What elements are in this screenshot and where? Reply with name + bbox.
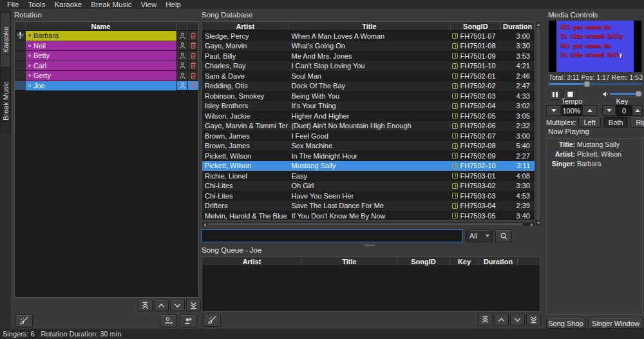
singer-info-button[interactable]	[176, 71, 187, 81]
menu-item-break-music[interactable]: Break Music	[86, 0, 136, 9]
db-row[interactable]: Pickett, WilsonMustang SallyFH7502-103:1…	[202, 161, 535, 171]
db-row[interactable]: Brown, JamesI Feel GoodFH7502-073:00	[202, 131, 535, 141]
db-column-header-duration[interactable]: Duration	[501, 22, 535, 30]
rotation-row[interactable]: Joe	[15, 81, 198, 92]
rotation-singer-name[interactable]: Barbara	[26, 31, 176, 41]
volume-slider[interactable]	[610, 93, 642, 95]
position-slider[interactable]	[549, 83, 643, 85]
key-up-button[interactable]	[632, 105, 643, 116]
db-row[interactable]: Brown, JamesSex MachineFH7502-085:40	[202, 141, 535, 151]
rotation-move-up-button[interactable]	[154, 300, 169, 311]
multiplex-both-button[interactable]: Both	[603, 117, 629, 128]
add-singer-button[interactable]	[160, 315, 177, 327]
db-column-header-artist[interactable]: Artist	[202, 22, 289, 30]
singer-info-button[interactable]	[176, 61, 187, 72]
db-row[interactable]: Pickett, WilsonIn The Midnight HourFH750…	[202, 151, 535, 161]
queue-move-bottom-button[interactable]	[526, 314, 541, 325]
queue-column-header-artist[interactable]: Artist	[202, 257, 302, 266]
search-filter-combo[interactable]: All	[466, 229, 493, 242]
db-row[interactable]: Charles, RayI Can't Stop Loving YouFH750…	[202, 61, 535, 72]
db-row[interactable]: Richie, LionelEasyFH7503-014:08	[202, 171, 535, 181]
db-column-header-title[interactable]: Title	[289, 22, 450, 30]
db-row[interactable]: Redding, OtisDock Of The BayFH7502-022:4…	[202, 81, 535, 92]
volume-slider-handle[interactable]	[636, 91, 641, 97]
queue-column-header-title[interactable]: Title	[302, 257, 397, 266]
search-input[interactable]	[202, 229, 463, 242]
db-column-header-songid[interactable]: SongID	[451, 22, 502, 30]
rotation-row[interactable]: Gerty	[15, 71, 198, 81]
rotation-header-mic-col[interactable]	[15, 22, 26, 30]
rotation-header-info-col[interactable]	[176, 22, 187, 30]
singer-delete-button[interactable]	[187, 31, 198, 41]
db-row[interactable]: Gaye, Marvin & Tammi Terrell(Duet) Ain't…	[202, 121, 535, 131]
multiplex-right-button[interactable]: Right	[630, 117, 644, 128]
singer-info-button[interactable]	[176, 81, 187, 92]
rotation-singer-name[interactable]: Gerty	[26, 71, 176, 81]
tempo-up-button[interactable]	[582, 105, 597, 116]
db-row[interactable]: Wilson, JackieHigher And HigherFH7502-05…	[202, 111, 535, 121]
singer-info-button[interactable]	[176, 41, 187, 52]
song-shop-button[interactable]: Song Shop	[546, 318, 585, 329]
db-row[interactable]: DriftersSave The Last Dance For MeFH7503…	[202, 201, 535, 211]
rotation-row[interactable]: Neil	[15, 41, 198, 52]
queue-column-header-duration[interactable]: Duration	[479, 257, 518, 266]
db-row[interactable]: Chi-LitesOh GirlFH7503-023:30	[202, 181, 535, 191]
db-row[interactable]: Sam & DaveSoul ManFH7502-012:46	[202, 71, 535, 81]
singer-window-button[interactable]: Singer Window	[588, 318, 643, 329]
queue-move-up-button[interactable]	[494, 314, 509, 325]
db-cell-artist: Drifters	[202, 201, 289, 211]
tab-break-music[interactable]: Break Music	[0, 69, 11, 133]
key-down-button[interactable]	[602, 105, 616, 116]
position-slider-handle[interactable]	[584, 81, 590, 87]
rotation-header-name[interactable]: Name	[26, 22, 176, 30]
tempo-down-button[interactable]	[546, 105, 561, 116]
db-horizontal-scrollbar[interactable]	[202, 222, 535, 227]
singer-delete-button[interactable]	[187, 41, 198, 52]
db-vertical-scrollbar[interactable]	[535, 21, 541, 226]
singer-delete-button[interactable]	[187, 81, 198, 92]
singer-delete-button[interactable]	[187, 71, 198, 81]
menu-item-help[interactable]: Help	[161, 0, 185, 9]
rotation-row[interactable]: Barbara	[15, 31, 198, 41]
queue-column-header-songid[interactable]: SongID	[397, 257, 450, 266]
rotation-singer-name[interactable]: Betty	[26, 51, 176, 61]
rotation-singer-name[interactable]: Carl	[26, 61, 176, 72]
multiplex-left-button[interactable]: Left	[578, 117, 600, 128]
rotation-clear-button[interactable]	[15, 315, 33, 327]
time-total: Total: 3:11	[549, 73, 580, 81]
db-row[interactable]: Chi-LitesHave You Seen HerFH7503-034:53	[202, 191, 535, 201]
menu-item-karaoke[interactable]: Karaoke	[50, 0, 86, 9]
rotation-singer-name[interactable]: Neil	[26, 41, 176, 52]
scroll-down-arrow[interactable]	[536, 222, 540, 224]
scroll-right-arrow[interactable]	[531, 223, 533, 227]
singer-delete-button[interactable]	[187, 51, 198, 61]
rotation-row[interactable]: Betty	[15, 51, 198, 61]
rotation-move-top-button[interactable]	[138, 300, 153, 311]
queue-move-top-button[interactable]	[478, 314, 493, 325]
menu-item-tools[interactable]: Tools	[24, 0, 50, 9]
scroll-up-arrow[interactable]	[536, 23, 540, 26]
singer-info-button[interactable]	[176, 31, 187, 41]
rotation-move-down-button[interactable]	[170, 300, 185, 311]
db-row[interactable]: Melvin, Harold & The Blue ...If You Don'…	[202, 211, 535, 220]
rotation-move-bottom-button[interactable]	[186, 300, 201, 311]
db-row[interactable]: Gaye, MarvinWhat's Going OnFH7501-083:30	[202, 41, 535, 52]
search-button[interactable]	[495, 229, 512, 242]
rotation-row[interactable]: Carl	[15, 61, 198, 72]
tab-karaoke[interactable]: Karaoke	[0, 12, 11, 68]
menu-item-file[interactable]: File	[3, 0, 24, 9]
regular-singers-button[interactable]	[180, 315, 197, 327]
db-row[interactable]: Sledge, PercyWhen A Man Loves A WomanFH7…	[202, 31, 535, 41]
menu-item-view[interactable]: View	[137, 0, 162, 9]
rotation-header-delete-col[interactable]	[187, 22, 198, 30]
queue-move-down-button[interactable]	[510, 314, 525, 325]
singer-info-button[interactable]	[176, 51, 187, 61]
db-row[interactable]: Robinson, SmokeyBeing With YouFH7502-034…	[202, 91, 535, 101]
rotation-singer-name[interactable]: Joe	[26, 81, 176, 92]
queue-column-header-key[interactable]: Key	[450, 257, 479, 266]
db-row[interactable]: Isley BrothersIt's Your ThingFH7502-043:…	[202, 101, 535, 111]
queue-clear-button[interactable]	[204, 314, 221, 327]
scroll-left-arrow[interactable]	[204, 223, 206, 227]
singer-delete-button[interactable]	[187, 61, 198, 72]
db-row[interactable]: Paul, BillyMe And Mrs. JonesFH7501-093:5…	[202, 51, 535, 61]
